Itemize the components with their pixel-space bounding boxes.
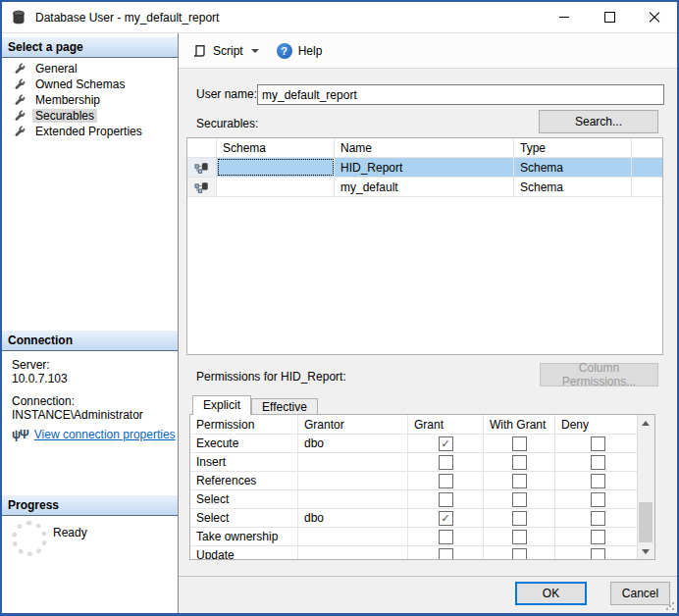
- search-button[interactable]: Search...: [539, 110, 658, 133]
- scroll-down-icon: [642, 549, 650, 554]
- title-bar[interactable]: Database User - my_default_report: [2, 2, 677, 33]
- with-grant-checkbox[interactable]: [512, 511, 527, 526]
- permission-row[interactable]: Update: [190, 546, 637, 559]
- script-label: Script: [213, 44, 243, 58]
- close-button[interactable]: [632, 2, 677, 32]
- grant-checkbox[interactable]: [439, 436, 453, 451]
- maximize-button[interactable]: [587, 2, 632, 32]
- permission-row[interactable]: Select: [190, 490, 637, 509]
- scrollbar-thumb[interactable]: [639, 502, 653, 542]
- deny-checkbox[interactable]: [591, 436, 605, 451]
- name-cell[interactable]: HID_Report: [335, 158, 514, 177]
- connection-header: Connection: [2, 331, 178, 351]
- ok-button[interactable]: OK: [515, 582, 587, 605]
- deny-cell: [555, 528, 637, 545]
- grant-checkbox[interactable]: [439, 474, 453, 488]
- sidebar: Select a page GeneralOwned SchemasMember…: [2, 33, 179, 613]
- with-grant-checkbox[interactable]: [512, 492, 527, 507]
- deny-checkbox[interactable]: [591, 492, 605, 507]
- scroll-down-button[interactable]: [638, 543, 653, 559]
- grant-checkbox[interactable]: [439, 492, 453, 507]
- deny-checkbox[interactable]: [591, 455, 605, 470]
- column-permissions-button[interactable]: Column Permissions...: [540, 363, 658, 386]
- help-label: Help: [298, 44, 323, 58]
- deny-checkbox[interactable]: [591, 474, 605, 488]
- close-icon: [649, 12, 660, 24]
- with-grant-checkbox[interactable]: [512, 436, 527, 451]
- sidebar-item-owned-schemas[interactable]: Owned Schemas: [2, 77, 176, 92]
- with-grant-cell: [484, 490, 555, 508]
- toolbar: Script ? Help: [179, 33, 677, 69]
- grant-cell: [408, 546, 484, 559]
- column-header-type: Type: [514, 138, 632, 157]
- with-grant-checkbox[interactable]: [512, 474, 527, 488]
- cancel-button[interactable]: Cancel: [610, 582, 670, 605]
- progress-spinner-icon: [12, 521, 47, 556]
- database-user-dialog: Database User - my_default_report Select…: [0, 0, 679, 616]
- permission-cell: Update: [190, 546, 298, 559]
- permission-row[interactable]: Take ownership: [190, 528, 637, 546]
- permission-cell: Take ownership: [190, 528, 298, 545]
- script-button[interactable]: Script: [187, 40, 263, 62]
- schema-cell[interactable]: [217, 178, 335, 196]
- permission-row[interactable]: References: [190, 472, 637, 490]
- sidebar-item-label: Securables: [32, 109, 97, 123]
- with-grant-checkbox[interactable]: [512, 530, 527, 544]
- grant-cell: [408, 435, 484, 452]
- type-cell[interactable]: Schema: [514, 158, 632, 177]
- securable-row[interactable]: HID_ReportSchema: [187, 158, 662, 178]
- sidebar-item-membership[interactable]: Membership: [2, 92, 176, 108]
- deny-checkbox[interactable]: [591, 548, 605, 560]
- resize-grip[interactable]: [665, 601, 674, 610]
- with-grant-cell: [484, 546, 555, 559]
- deny-cell: [555, 453, 637, 471]
- grant-checkbox[interactable]: [439, 548, 453, 560]
- with-grant-checkbox[interactable]: [512, 548, 527, 560]
- grant-checkbox[interactable]: [439, 530, 453, 544]
- sidebar-item-general[interactable]: General: [2, 61, 176, 77]
- minimize-button[interactable]: [542, 2, 587, 32]
- sidebar-item-label: Extended Properties: [32, 125, 145, 138]
- permission-cell: Select: [190, 509, 298, 527]
- permission-row[interactable]: Insert: [190, 453, 637, 472]
- securables-label: Securables:: [196, 117, 258, 130]
- maximize-icon: [604, 12, 615, 23]
- type-cell[interactable]: Schema: [514, 178, 632, 196]
- filler-cell: [632, 178, 662, 196]
- column-header-schema: Schema: [217, 138, 335, 157]
- deny-checkbox[interactable]: [591, 511, 605, 526]
- help-button[interactable]: ? Help: [273, 40, 327, 62]
- wrench-icon: [14, 62, 27, 76]
- sidebar-item-extended-properties[interactable]: Extended Properties: [2, 124, 176, 139]
- tab-explicit[interactable]: Explicit: [192, 395, 251, 415]
- sidebar-item-securables[interactable]: Securables: [2, 108, 176, 124]
- deny-cell: [555, 490, 637, 508]
- server-label: Server:: [12, 358, 50, 372]
- tab-effective[interactable]: Effective: [251, 398, 318, 415]
- with-grant-cell: [484, 528, 555, 545]
- permissions-grid-header: PermissionGrantorGrantWith GrantDeny: [190, 415, 637, 435]
- vertical-scrollbar[interactable]: [637, 415, 654, 559]
- window-title: Database User - my_default_report: [35, 11, 219, 25]
- main-panel: Script ? Help User name: Securables: Sea…: [179, 33, 677, 613]
- view-connection-properties-link[interactable]: View connection properties: [34, 428, 176, 441]
- scroll-up-button[interactable]: [638, 415, 653, 431]
- schema-cell[interactable]: [217, 158, 335, 177]
- securable-row[interactable]: my_defaultSchema: [187, 178, 662, 197]
- permission-cell: References: [190, 472, 298, 489]
- permission-row[interactable]: Executedbo: [190, 435, 637, 453]
- filler-cell: [632, 158, 662, 177]
- page-list: GeneralOwned SchemasMembershipSecurables…: [2, 61, 176, 139]
- name-cell[interactable]: my_default: [335, 178, 514, 196]
- with-grant-cell: [484, 472, 555, 489]
- with-grant-checkbox[interactable]: [512, 455, 527, 470]
- script-icon: [191, 43, 207, 59]
- deny-cell: [555, 472, 637, 489]
- wrench-icon: [14, 93, 27, 107]
- user-name-input[interactable]: [257, 84, 664, 105]
- grant-checkbox[interactable]: [439, 511, 453, 526]
- permission-cell: Select: [190, 490, 298, 508]
- grant-checkbox[interactable]: [439, 455, 453, 470]
- deny-checkbox[interactable]: [591, 530, 605, 544]
- permission-row[interactable]: Selectdbo: [190, 509, 637, 528]
